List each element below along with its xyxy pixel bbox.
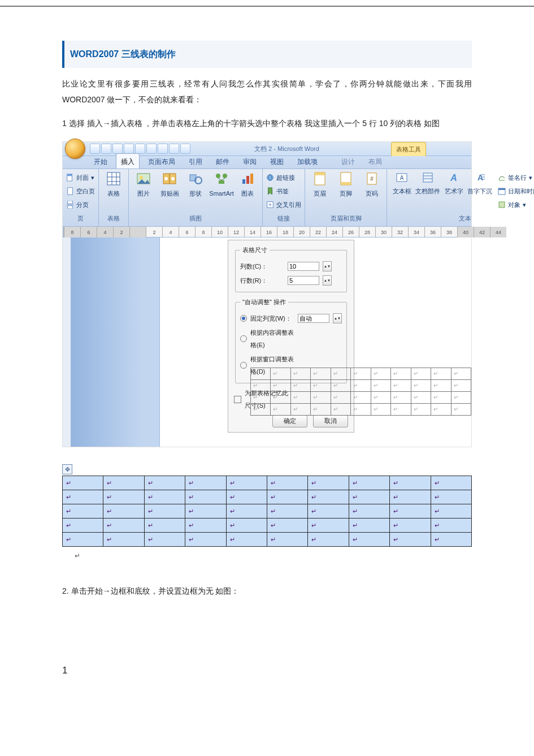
table-cell[interactable]: ↵ xyxy=(308,504,349,519)
table-cell[interactable]: ↵ xyxy=(226,490,267,504)
table-cell[interactable]: ↵ xyxy=(411,404,431,416)
header-button[interactable]: 页眉 xyxy=(309,171,331,200)
table-cell[interactable]: ↵ xyxy=(267,519,307,533)
table-cell[interactable]: ↵ xyxy=(185,490,226,504)
table-cell[interactable]: ↵ xyxy=(431,404,451,416)
datetime-button[interactable]: 日期和时间 xyxy=(498,185,534,197)
dropcap-button[interactable]: A 首字下沉 xyxy=(468,171,491,197)
table-cell[interactable]: ↵ xyxy=(391,368,411,380)
table-cell[interactable]: ↵ xyxy=(390,533,431,547)
table-cell[interactable]: ↵ xyxy=(331,392,350,404)
vertical-ruler[interactable] xyxy=(63,237,71,447)
qat-icon[interactable] xyxy=(169,144,179,154)
rows-input[interactable] xyxy=(288,276,319,285)
table-cell[interactable]: ↵ xyxy=(267,476,307,490)
table-cell[interactable]: ↵ xyxy=(290,368,310,380)
table-cell[interactable]: ↵ xyxy=(451,404,471,416)
qat-icon[interactable] xyxy=(158,144,168,154)
table-cell[interactable]: ↵ xyxy=(351,404,371,416)
table-cell[interactable]: ↵ xyxy=(390,490,431,504)
table-cell[interactable]: ↵ xyxy=(331,404,350,416)
table-cell[interactable]: ↵ xyxy=(267,533,307,547)
table-cell[interactable]: ↵ xyxy=(390,504,431,519)
table-cell[interactable]: ↵ xyxy=(349,533,389,547)
table-cell[interactable]: ↵ xyxy=(311,368,331,380)
table-cell[interactable]: ↵ xyxy=(351,380,371,392)
table-cell[interactable]: ↵ xyxy=(271,392,290,404)
tab-view[interactable]: 视图 xyxy=(265,153,289,169)
table-cell[interactable]: ↵ xyxy=(290,404,310,416)
table-cell[interactable]: ↵ xyxy=(411,368,431,380)
tab-references[interactable]: 引用 xyxy=(184,153,207,169)
rows-spinner[interactable]: ▲▼ xyxy=(323,275,332,286)
table-cell[interactable]: ↵ xyxy=(63,504,103,519)
table-cell[interactable]: ↵ xyxy=(144,519,185,533)
table-cell[interactable]: ↵ xyxy=(267,490,307,504)
table-cell[interactable]: ↵ xyxy=(351,368,371,380)
pagenum-button[interactable]: # 页码 xyxy=(361,171,383,200)
table-cell[interactable]: ↵ xyxy=(226,504,267,519)
wordart-button[interactable]: A 艺术字 xyxy=(442,171,465,197)
table-cell[interactable]: ↵ xyxy=(349,476,389,490)
fit-content-radio[interactable] xyxy=(240,335,247,342)
tab-review[interactable]: 审阅 xyxy=(238,153,262,169)
table-cell[interactable]: ↵ xyxy=(391,392,411,404)
qat-save-icon[interactable] xyxy=(90,144,100,154)
fixed-width-input[interactable] xyxy=(298,314,329,323)
table-cell[interactable]: ↵ xyxy=(63,519,103,533)
table-cell[interactable]: ↵ xyxy=(451,392,471,404)
table-cell[interactable]: ↵ xyxy=(271,368,290,380)
table-cell[interactable]: ↵ xyxy=(251,380,271,392)
columns-spinner[interactable]: ▲▼ xyxy=(323,261,332,271)
table-cell[interactable]: ↵ xyxy=(63,490,103,504)
table-cell[interactable]: ↵ xyxy=(390,519,431,533)
columns-input[interactable] xyxy=(288,262,319,271)
table-cell[interactable]: ↵ xyxy=(331,368,350,380)
table-cell[interactable]: ↵ xyxy=(391,380,411,392)
table-cell[interactable]: ↵ xyxy=(103,476,144,490)
tab-layout[interactable]: 布局 xyxy=(363,153,387,169)
table-cell[interactable]: ↵ xyxy=(371,404,390,416)
table-cell[interactable]: ↵ xyxy=(103,519,144,533)
fixed-width-radio[interactable] xyxy=(240,315,247,322)
tab-pagelayout[interactable]: 页面布局 xyxy=(143,153,180,169)
table-cell[interactable]: ↵ xyxy=(311,392,331,404)
table-cell[interactable]: ↵ xyxy=(271,404,290,416)
table-cell[interactable]: ↵ xyxy=(144,476,185,490)
table-cell[interactable]: ↵ xyxy=(349,490,389,504)
bookmark-button[interactable]: 书签 xyxy=(266,185,289,197)
table-cell[interactable]: ↵ xyxy=(226,533,267,547)
shapes-button[interactable]: 形状 xyxy=(184,171,207,200)
table-button[interactable]: 表格 xyxy=(102,171,125,200)
table-cell[interactable]: ↵ xyxy=(185,476,226,490)
fixed-width-spinner[interactable]: ▲▼ xyxy=(333,313,342,323)
table-cell[interactable]: ↵ xyxy=(251,392,271,404)
tab-design[interactable]: 设计 xyxy=(336,153,360,169)
table-cell[interactable]: ↵ xyxy=(371,368,390,380)
cancel-button[interactable]: 取消 xyxy=(313,415,348,427)
table-cell[interactable]: ↵ xyxy=(311,404,331,416)
table-cell[interactable]: ↵ xyxy=(290,392,310,404)
table-cell[interactable]: ↵ xyxy=(308,476,349,490)
table-cell[interactable]: ↵ xyxy=(451,380,471,392)
table-cell[interactable]: ↵ xyxy=(371,380,390,392)
signature-button[interactable]: 签名行▾ xyxy=(498,171,532,184)
qat-icon[interactable] xyxy=(146,144,157,154)
ok-button[interactable]: 确定 xyxy=(272,415,307,427)
table-cell[interactable]: ↵ xyxy=(431,476,471,490)
table-cell[interactable]: ↵ xyxy=(308,533,349,547)
table-cell[interactable]: ↵ xyxy=(411,392,431,404)
smartart-button[interactable]: SmartArt xyxy=(210,171,233,200)
table-move-handle[interactable]: ✥ xyxy=(62,464,72,474)
table-cell[interactable]: ↵ xyxy=(144,504,185,519)
table-cell[interactable]: ↵ xyxy=(431,392,451,404)
table-cell[interactable]: ↵ xyxy=(144,490,185,504)
table-cell[interactable]: ↵ xyxy=(311,380,331,392)
qat-icon[interactable] xyxy=(180,144,190,154)
table-cell[interactable]: ↵ xyxy=(103,490,144,504)
blank-page-button[interactable]: 空白页 xyxy=(66,185,95,197)
tab-home[interactable]: 开始 xyxy=(89,153,112,169)
footer-button[interactable]: 页脚 xyxy=(335,171,357,200)
table-cell[interactable]: ↵ xyxy=(390,476,431,490)
table-cell[interactable]: ↵ xyxy=(185,533,226,547)
